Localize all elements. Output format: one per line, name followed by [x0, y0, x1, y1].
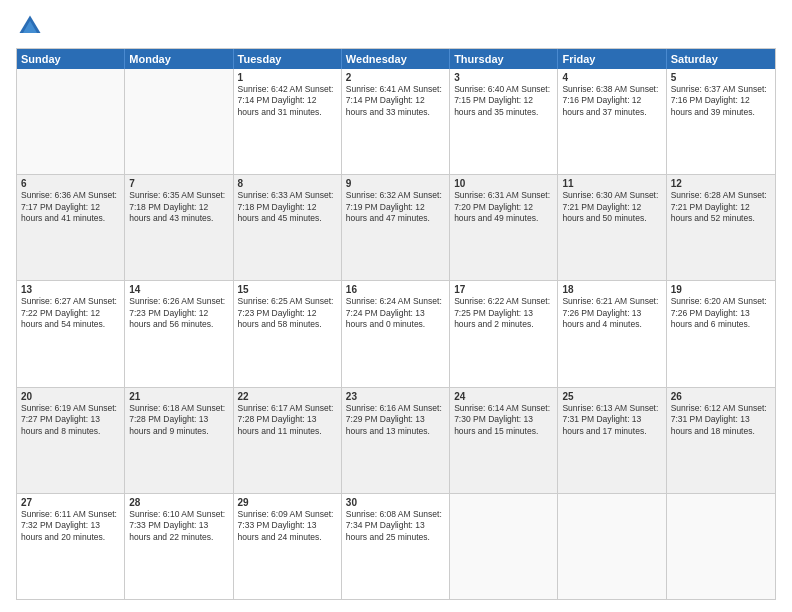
day-number: 23: [346, 391, 445, 402]
day-info: Sunrise: 6:24 AM Sunset: 7:24 PM Dayligh…: [346, 296, 445, 330]
calendar-header-cell: Friday: [558, 49, 666, 69]
day-info: Sunrise: 6:22 AM Sunset: 7:25 PM Dayligh…: [454, 296, 553, 330]
day-number: 24: [454, 391, 553, 402]
day-info: Sunrise: 6:16 AM Sunset: 7:29 PM Dayligh…: [346, 403, 445, 437]
calendar-body: 1Sunrise: 6:42 AM Sunset: 7:14 PM Daylig…: [17, 69, 775, 599]
day-info: Sunrise: 6:14 AM Sunset: 7:30 PM Dayligh…: [454, 403, 553, 437]
calendar-cell: 30Sunrise: 6:08 AM Sunset: 7:34 PM Dayli…: [342, 494, 450, 599]
calendar-cell: 16Sunrise: 6:24 AM Sunset: 7:24 PM Dayli…: [342, 281, 450, 386]
day-info: Sunrise: 6:19 AM Sunset: 7:27 PM Dayligh…: [21, 403, 120, 437]
day-info: Sunrise: 6:27 AM Sunset: 7:22 PM Dayligh…: [21, 296, 120, 330]
calendar-header-cell: Thursday: [450, 49, 558, 69]
calendar-cell: 22Sunrise: 6:17 AM Sunset: 7:28 PM Dayli…: [234, 388, 342, 493]
day-number: 8: [238, 178, 337, 189]
day-number: 10: [454, 178, 553, 189]
calendar-cell: 14Sunrise: 6:26 AM Sunset: 7:23 PM Dayli…: [125, 281, 233, 386]
day-info: Sunrise: 6:42 AM Sunset: 7:14 PM Dayligh…: [238, 84, 337, 118]
calendar-cell: 10Sunrise: 6:31 AM Sunset: 7:20 PM Dayli…: [450, 175, 558, 280]
calendar-cell: 9Sunrise: 6:32 AM Sunset: 7:19 PM Daylig…: [342, 175, 450, 280]
day-number: 26: [671, 391, 771, 402]
calendar-cell: 28Sunrise: 6:10 AM Sunset: 7:33 PM Dayli…: [125, 494, 233, 599]
calendar-cell: 25Sunrise: 6:13 AM Sunset: 7:31 PM Dayli…: [558, 388, 666, 493]
calendar-cell: 18Sunrise: 6:21 AM Sunset: 7:26 PM Dayli…: [558, 281, 666, 386]
day-info: Sunrise: 6:13 AM Sunset: 7:31 PM Dayligh…: [562, 403, 661, 437]
day-number: 6: [21, 178, 120, 189]
header: [16, 12, 776, 40]
day-info: Sunrise: 6:12 AM Sunset: 7:31 PM Dayligh…: [671, 403, 771, 437]
day-info: Sunrise: 6:09 AM Sunset: 7:33 PM Dayligh…: [238, 509, 337, 543]
calendar-cell: 23Sunrise: 6:16 AM Sunset: 7:29 PM Dayli…: [342, 388, 450, 493]
calendar-row: 1Sunrise: 6:42 AM Sunset: 7:14 PM Daylig…: [17, 69, 775, 174]
calendar-cell: 3Sunrise: 6:40 AM Sunset: 7:15 PM Daylig…: [450, 69, 558, 174]
calendar-row: 13Sunrise: 6:27 AM Sunset: 7:22 PM Dayli…: [17, 280, 775, 386]
day-number: 25: [562, 391, 661, 402]
day-number: 3: [454, 72, 553, 83]
day-number: 27: [21, 497, 120, 508]
day-info: Sunrise: 6:40 AM Sunset: 7:15 PM Dayligh…: [454, 84, 553, 118]
day-info: Sunrise: 6:33 AM Sunset: 7:18 PM Dayligh…: [238, 190, 337, 224]
calendar-header-row: SundayMondayTuesdayWednesdayThursdayFrid…: [17, 49, 775, 69]
day-info: Sunrise: 6:31 AM Sunset: 7:20 PM Dayligh…: [454, 190, 553, 224]
day-info: Sunrise: 6:18 AM Sunset: 7:28 PM Dayligh…: [129, 403, 228, 437]
day-info: Sunrise: 6:35 AM Sunset: 7:18 PM Dayligh…: [129, 190, 228, 224]
calendar-cell: 29Sunrise: 6:09 AM Sunset: 7:33 PM Dayli…: [234, 494, 342, 599]
day-number: 13: [21, 284, 120, 295]
day-info: Sunrise: 6:25 AM Sunset: 7:23 PM Dayligh…: [238, 296, 337, 330]
day-number: 17: [454, 284, 553, 295]
day-number: 22: [238, 391, 337, 402]
calendar-cell: [450, 494, 558, 599]
day-info: Sunrise: 6:37 AM Sunset: 7:16 PM Dayligh…: [671, 84, 771, 118]
calendar-cell: 1Sunrise: 6:42 AM Sunset: 7:14 PM Daylig…: [234, 69, 342, 174]
calendar-cell: 11Sunrise: 6:30 AM Sunset: 7:21 PM Dayli…: [558, 175, 666, 280]
day-number: 15: [238, 284, 337, 295]
day-info: Sunrise: 6:38 AM Sunset: 7:16 PM Dayligh…: [562, 84, 661, 118]
calendar-cell: 20Sunrise: 6:19 AM Sunset: 7:27 PM Dayli…: [17, 388, 125, 493]
calendar-cell: 15Sunrise: 6:25 AM Sunset: 7:23 PM Dayli…: [234, 281, 342, 386]
day-info: Sunrise: 6:28 AM Sunset: 7:21 PM Dayligh…: [671, 190, 771, 224]
day-info: Sunrise: 6:41 AM Sunset: 7:14 PM Dayligh…: [346, 84, 445, 118]
calendar-row: 20Sunrise: 6:19 AM Sunset: 7:27 PM Dayli…: [17, 387, 775, 493]
day-number: 5: [671, 72, 771, 83]
calendar-header-cell: Saturday: [667, 49, 775, 69]
day-number: 28: [129, 497, 228, 508]
calendar-cell: 12Sunrise: 6:28 AM Sunset: 7:21 PM Dayli…: [667, 175, 775, 280]
day-info: Sunrise: 6:32 AM Sunset: 7:19 PM Dayligh…: [346, 190, 445, 224]
calendar-cell: 17Sunrise: 6:22 AM Sunset: 7:25 PM Dayli…: [450, 281, 558, 386]
day-number: 9: [346, 178, 445, 189]
calendar-cell: [125, 69, 233, 174]
day-number: 16: [346, 284, 445, 295]
calendar-cell: 5Sunrise: 6:37 AM Sunset: 7:16 PM Daylig…: [667, 69, 775, 174]
day-info: Sunrise: 6:08 AM Sunset: 7:34 PM Dayligh…: [346, 509, 445, 543]
day-number: 1: [238, 72, 337, 83]
page: SundayMondayTuesdayWednesdayThursdayFrid…: [0, 0, 792, 612]
day-number: 21: [129, 391, 228, 402]
day-number: 19: [671, 284, 771, 295]
calendar-cell: 26Sunrise: 6:12 AM Sunset: 7:31 PM Dayli…: [667, 388, 775, 493]
day-info: Sunrise: 6:11 AM Sunset: 7:32 PM Dayligh…: [21, 509, 120, 543]
calendar-header-cell: Sunday: [17, 49, 125, 69]
day-number: 18: [562, 284, 661, 295]
day-info: Sunrise: 6:17 AM Sunset: 7:28 PM Dayligh…: [238, 403, 337, 437]
calendar-cell: 13Sunrise: 6:27 AM Sunset: 7:22 PM Dayli…: [17, 281, 125, 386]
calendar-header-cell: Monday: [125, 49, 233, 69]
day-number: 7: [129, 178, 228, 189]
calendar-cell: [558, 494, 666, 599]
day-info: Sunrise: 6:36 AM Sunset: 7:17 PM Dayligh…: [21, 190, 120, 224]
day-number: 12: [671, 178, 771, 189]
calendar-row: 27Sunrise: 6:11 AM Sunset: 7:32 PM Dayli…: [17, 493, 775, 599]
day-info: Sunrise: 6:30 AM Sunset: 7:21 PM Dayligh…: [562, 190, 661, 224]
calendar-cell: 4Sunrise: 6:38 AM Sunset: 7:16 PM Daylig…: [558, 69, 666, 174]
day-info: Sunrise: 6:21 AM Sunset: 7:26 PM Dayligh…: [562, 296, 661, 330]
logo-icon: [16, 12, 44, 40]
calendar-cell: [667, 494, 775, 599]
calendar-cell: 19Sunrise: 6:20 AM Sunset: 7:26 PM Dayli…: [667, 281, 775, 386]
calendar-header-cell: Wednesday: [342, 49, 450, 69]
day-number: 30: [346, 497, 445, 508]
day-info: Sunrise: 6:20 AM Sunset: 7:26 PM Dayligh…: [671, 296, 771, 330]
calendar-cell: 27Sunrise: 6:11 AM Sunset: 7:32 PM Dayli…: [17, 494, 125, 599]
day-number: 2: [346, 72, 445, 83]
day-number: 14: [129, 284, 228, 295]
day-number: 20: [21, 391, 120, 402]
calendar-row: 6Sunrise: 6:36 AM Sunset: 7:17 PM Daylig…: [17, 174, 775, 280]
day-info: Sunrise: 6:10 AM Sunset: 7:33 PM Dayligh…: [129, 509, 228, 543]
